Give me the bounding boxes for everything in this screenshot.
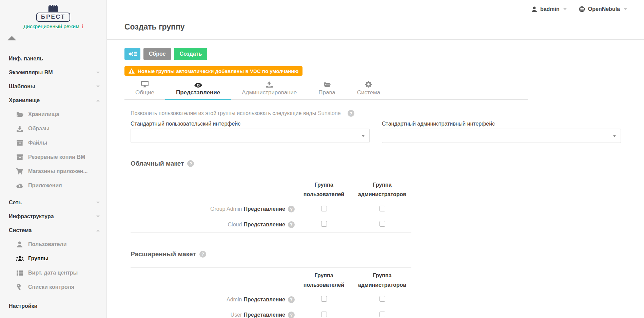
- column-header-admin-group: Группа администраторов: [353, 177, 411, 202]
- table-row: Cloud Представление ?: [131, 217, 411, 232]
- eye-icon: [194, 80, 202, 88]
- sidebar-item-datastores[interactable]: Хранилища: [0, 107, 106, 121]
- user-icon: [531, 6, 537, 12]
- cart-icon: [16, 168, 24, 174]
- advanced-layout-heading: Расширенный макет ?: [131, 250, 644, 258]
- dropdown-caret-icon: [362, 135, 365, 137]
- chevron-down-icon: [563, 8, 567, 10]
- cloud-layout-heading: Облачный макет ?: [131, 160, 644, 167]
- sidebar-item-users[interactable]: Пользователи: [0, 237, 106, 251]
- sidebar-item-marketplaces[interactable]: Магазины приложен...: [0, 164, 106, 179]
- sidebar-item-groups[interactable]: Группы: [0, 251, 106, 266]
- checkbox-user-group[interactable]: [321, 221, 327, 227]
- reset-button[interactable]: Сброс: [143, 48, 171, 60]
- table-row: Admin Представление ?: [131, 292, 411, 307]
- sidebar-item-files[interactable]: Файлы: [0, 136, 106, 150]
- warning-text: Новые группы автоматически добавлены в V…: [138, 68, 298, 74]
- tab-permissions[interactable]: Права: [308, 78, 346, 99]
- default-views-selects: Стандартный пользовательский интерфейс С…: [131, 121, 644, 143]
- column-header-user-group: Группа пользователей: [295, 177, 353, 202]
- default-admin-view-label: Стандартный административный интерфейс: [382, 121, 621, 127]
- tab-general[interactable]: Общие: [124, 78, 165, 99]
- user-menu-label: badmin: [540, 6, 560, 12]
- help-icon[interactable]: ?: [187, 160, 194, 167]
- views-form: Позволить пользователям из этой группы и…: [131, 110, 644, 318]
- sidebar-item-dashboard[interactable]: Инф. панель: [0, 52, 106, 66]
- warning-icon: [129, 68, 135, 74]
- brand-name: БРЕСТ: [36, 13, 70, 22]
- action-toolbar: Сброс Создать: [124, 48, 644, 60]
- sidebar-item-infrastructure[interactable]: Инфраструктура: [0, 209, 106, 223]
- vdc-warning-banner: Новые группы автоматически добавлены в V…: [124, 66, 303, 76]
- content: Сброс Создать Новые группы автоматически…: [107, 40, 644, 318]
- sidebar-item-network[interactable]: Сеть: [0, 195, 106, 209]
- tab-bar: Общие Представление: [124, 78, 528, 100]
- cloud-layout-table: Группа пользователей Группа администрато…: [131, 177, 411, 233]
- help-icon[interactable]: ?: [288, 296, 295, 303]
- sidebar-item-system[interactable]: Система: [0, 223, 106, 237]
- sidebar: БРЕСТ Дискреционный режимi Инф. панель Э…: [0, 0, 107, 318]
- back-to-list-button[interactable]: [124, 48, 140, 60]
- sidebar-item-vdc[interactable]: Вирт. дата центры: [0, 266, 106, 280]
- checkbox-admin-group[interactable]: [379, 221, 385, 227]
- folder-open-icon: [324, 80, 331, 88]
- help-icon[interactable]: ?: [288, 221, 295, 228]
- checkbox-user-group[interactable]: [321, 206, 327, 211]
- folder-open-icon: [16, 111, 24, 117]
- sidebar-item-vm-backups[interactable]: Резервные копии ВМ: [0, 150, 106, 164]
- chevron-down-icon: [624, 8, 627, 10]
- sidebar-item-acl[interactable]: Списки контроля: [0, 280, 106, 294]
- sidebar-item-vm-instances[interactable]: Экземпляры ВМ: [0, 66, 106, 79]
- sidebar-item-storage[interactable]: Хранилище: [0, 93, 106, 107]
- app-window: БРЕСТ Дискреционный режимi Инф. панель Э…: [0, 0, 644, 318]
- chevron-down-icon: [96, 86, 100, 88]
- users-icon: [16, 256, 24, 261]
- chevron-up-icon: [96, 229, 100, 231]
- castle-icon: [47, 3, 60, 12]
- brand-logo: БРЕСТ Дискреционный режимi: [0, 0, 106, 30]
- sidebar-item-templates[interactable]: Шаблоны: [0, 79, 106, 93]
- sidebar-collapse-icon[interactable]: [7, 36, 16, 40]
- help-icon[interactable]: ?: [348, 110, 354, 117]
- checkbox-user-group[interactable]: [321, 296, 327, 302]
- sunstone-views-hint: Позволить пользователям из этой группы и…: [131, 110, 644, 117]
- tab-views[interactable]: Представление: [165, 78, 231, 99]
- tab-admin[interactable]: Администрирование: [231, 78, 308, 99]
- default-user-view-select[interactable]: [131, 129, 370, 143]
- advanced-layout-table: Группа пользователей Группа администрато…: [131, 267, 411, 318]
- column-header-user-group: Группа пользователей: [295, 267, 353, 292]
- key-icon: [16, 284, 24, 290]
- page-title: Создать группу: [124, 22, 644, 32]
- sidebar-item-images[interactable]: Образы: [0, 121, 106, 136]
- checkbox-admin-group[interactable]: [379, 206, 385, 211]
- column-header-admin-group: Группа администраторов: [353, 267, 411, 292]
- zone-menu[interactable]: OpenNebula: [579, 6, 627, 12]
- help-icon[interactable]: ?: [288, 206, 295, 212]
- globe-icon: [579, 6, 585, 12]
- create-button[interactable]: Создать: [174, 48, 207, 60]
- user-menu[interactable]: badmin: [531, 6, 567, 12]
- sidebar-item-settings[interactable]: Настройки: [0, 299, 106, 313]
- chevron-down-icon: [96, 216, 100, 218]
- help-icon[interactable]: ?: [199, 251, 206, 258]
- tab-system[interactable]: Система: [346, 78, 391, 99]
- info-icon[interactable]: i: [82, 23, 83, 29]
- help-icon[interactable]: ?: [288, 312, 295, 318]
- default-admin-view-select[interactable]: [382, 129, 621, 143]
- default-user-view-label: Стандартный пользовательский интерфейс: [131, 121, 370, 127]
- security-mode-label: Дискреционный режимi: [0, 23, 106, 30]
- checkbox-user-group[interactable]: [321, 312, 327, 317]
- desktop-icon: [141, 80, 149, 88]
- gear-icon: [365, 80, 372, 88]
- cloud-download-icon: [16, 183, 24, 188]
- sidebar-item-apps[interactable]: Приложения: [0, 179, 106, 193]
- download-icon: [16, 126, 24, 132]
- sidebar-menu: Инф. панель Экземпляры ВМ Шаблоны Хранил…: [0, 52, 106, 313]
- checkbox-admin-group[interactable]: [379, 296, 385, 302]
- user-icon: [16, 241, 24, 247]
- checkbox-admin-group[interactable]: [379, 312, 385, 317]
- topbar: badmin OpenNebula: [107, 0, 644, 18]
- main-area: badmin OpenNebula Создать группу: [107, 0, 644, 318]
- chevron-up-icon: [96, 99, 100, 101]
- chevron-down-icon: [96, 202, 100, 204]
